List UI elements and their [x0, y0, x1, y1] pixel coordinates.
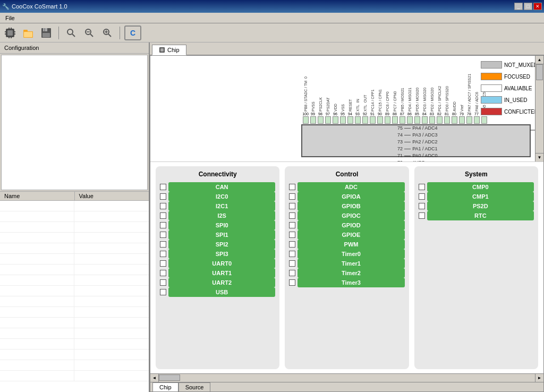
peri-checkbox-adc[interactable] — [289, 184, 295, 190]
control-section: Control ADCGPIOAGPIOBGPIOCGPIODGPIOEPWMT… — [285, 166, 409, 369]
main-area: Configuration Name Value — [0, 42, 544, 392]
peri-checkbox-uart0[interactable] — [160, 260, 166, 267]
scroll-thumb[interactable] — [536, 64, 543, 80]
nv-row — [0, 275, 149, 286]
chip-tab[interactable]: Chip — [152, 45, 186, 55]
search2-toolbar-btn[interactable] — [81, 25, 97, 40]
peri-btn-gpioc[interactable]: GPIOC — [298, 211, 404, 220]
pin-top-96: VDD96 — [332, 56, 339, 124]
peri-checkbox-cmp0[interactable] — [419, 184, 425, 190]
peri-checkbox-timer2[interactable] — [289, 270, 295, 276]
menu-file[interactable]: File — [2, 14, 18, 22]
peri-checkbox-ps2d[interactable] — [419, 203, 425, 209]
peri-checkbox-rtc[interactable] — [419, 212, 425, 219]
peri-btn-timer1[interactable]: Timer1 — [298, 259, 404, 268]
legend-label-available: AVALIABLE — [504, 86, 532, 91]
pin-top-85: PD5 / MOSI2085 — [413, 56, 421, 124]
peri-btn-gpioe[interactable]: GPIOE — [298, 230, 404, 240]
peri-checkbox-timer3[interactable] — [289, 279, 295, 286]
v-scrollbar[interactable]: ▲ ▼ — [535, 56, 543, 161]
peri-btn-uart0[interactable]: UART0 — [168, 259, 275, 268]
h-scroll-thumb[interactable] — [159, 374, 180, 381]
nv-row — [0, 371, 149, 381]
peri-checkbox-spi3[interactable] — [160, 251, 166, 257]
open-toolbar-btn[interactable] — [20, 25, 36, 40]
peri-btn-gpiob[interactable]: GPIOB — [298, 201, 404, 211]
svg-rect-8 — [8, 37, 10, 38]
h-scroll-track — [159, 374, 535, 382]
nv-row — [0, 318, 149, 328]
peri-btn-can[interactable]: CAN — [168, 182, 275, 192]
peri-btn-ps2d[interactable]: PS2D — [427, 201, 534, 211]
bottom-chip-tab[interactable]: Chip — [152, 382, 178, 391]
left-panel: Configuration Name Value — [0, 42, 150, 392]
peri-checkbox-spi1[interactable] — [160, 232, 166, 238]
maximize-btn[interactable]: □ — [524, 3, 532, 10]
peri-btn-cmp0[interactable]: CMP0 — [427, 182, 534, 192]
peri-btn-uart1[interactable]: UART1 — [168, 268, 275, 278]
legend-item-focused: FOCUSED — [481, 73, 538, 80]
peri-btn-rtc[interactable]: RTC — [427, 211, 534, 220]
close-btn[interactable]: ✕ — [533, 3, 542, 10]
peri-checkbox-uart1[interactable] — [160, 270, 166, 276]
scroll-left-btn[interactable]: ◄ — [150, 374, 159, 382]
peri-btn-uart2[interactable]: UART2 — [168, 278, 275, 287]
bottom-source-tab[interactable]: Source — [178, 382, 211, 391]
peri-btn-timer3[interactable]: Timer3 — [298, 278, 404, 287]
peri-btn-i2c0[interactable]: I2C0 — [168, 192, 275, 201]
scroll-down-btn[interactable]: ▼ — [536, 153, 543, 161]
peri-checkbox-i2c1[interactable] — [160, 203, 166, 209]
peri-checkbox-pwm[interactable] — [289, 241, 295, 248]
peri-btn-usb[interactable]: USB — [168, 287, 275, 297]
peri-checkbox-i2c0[interactable] — [160, 193, 166, 200]
peri-checkbox-gpiod[interactable] — [289, 222, 295, 228]
search1-toolbar-btn[interactable] — [63, 25, 79, 40]
peri-btn-spi1[interactable]: SPI1 — [168, 230, 275, 240]
peri-checkbox-gpioc[interactable] — [289, 212, 295, 219]
new-chip-toolbar-btn[interactable] — [2, 25, 18, 40]
peri-checkbox-gpioa[interactable] — [289, 193, 295, 200]
minimize-btn[interactable]: _ — [514, 3, 523, 10]
peri-btn-cmp1[interactable]: CMP1 — [427, 192, 534, 201]
search3-toolbar-btn[interactable] — [99, 25, 115, 40]
connectivity-section: Connectivity CANI2C0I2C1I2SSPI0SPI1SPI2S… — [156, 166, 279, 369]
peri-checkbox-cmp1[interactable] — [419, 193, 425, 200]
scroll-right-btn[interactable]: ► — [535, 374, 543, 382]
svg-rect-6 — [8, 28, 10, 29]
peri-checkbox-timer0[interactable] — [289, 251, 295, 257]
peri-row-pwm: PWM — [289, 240, 404, 249]
peri-btn-gpiod[interactable]: GPIOD — [298, 220, 404, 230]
peri-row-spi1: SPI1 — [160, 230, 275, 240]
peri-checkbox-timer1[interactable] — [289, 260, 295, 267]
legend-color-focused — [481, 73, 502, 80]
save-toolbar-btn[interactable] — [38, 25, 54, 40]
h-scrollbar[interactable]: ◄ ► — [150, 373, 543, 382]
nv-row — [0, 350, 149, 360]
pin-top-94: RESET94 — [346, 56, 354, 124]
peri-btn-gpioa[interactable]: GPIOA — [298, 192, 404, 201]
peri-btn-spi2[interactable]: SPI2 — [168, 240, 275, 249]
peri-checkbox-can[interactable] — [160, 184, 166, 190]
peri-btn-spi0[interactable]: SPI0 — [168, 220, 275, 230]
connectivity-items: CANI2C0I2C1I2SSPI0SPI1SPI2SPI3UART0UART1… — [160, 182, 275, 297]
peri-checkbox-uart2[interactable] — [160, 279, 166, 286]
nv-row — [0, 254, 149, 265]
peri-checkbox-spi0[interactable] — [160, 222, 166, 228]
peri-checkbox-gpiob[interactable] — [289, 203, 295, 209]
scroll-up-btn[interactable]: ▲ — [536, 56, 543, 64]
peri-checkbox-usb[interactable] — [160, 289, 166, 295]
peri-checkbox-i2s[interactable] — [160, 212, 166, 219]
peri-btn-adc[interactable]: ADC — [298, 182, 404, 192]
peri-btn-spi3[interactable]: SPI3 — [168, 249, 275, 259]
peri-checkbox-spi2[interactable] — [160, 241, 166, 248]
peri-row-adc: ADC — [289, 182, 404, 192]
peri-btn-pwm[interactable]: PWM — [298, 240, 404, 249]
peri-checkbox-gpioe[interactable] — [289, 232, 295, 238]
peri-btn-i2s[interactable]: I2S — [168, 211, 275, 220]
svg-rect-4 — [14, 31, 15, 32]
refresh-toolbar-btn[interactable]: C — [124, 25, 141, 40]
peri-btn-timer2[interactable]: Timer2 — [298, 268, 404, 278]
peri-btn-i2c1[interactable]: I2C1 — [168, 201, 275, 211]
nv-row — [0, 265, 149, 275]
peri-btn-timer0[interactable]: Timer0 — [298, 249, 404, 259]
